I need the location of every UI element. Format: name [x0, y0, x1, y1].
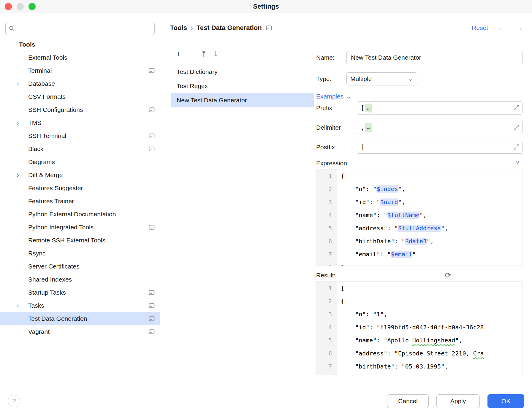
settings-search-box[interactable] — [5, 22, 155, 35]
sidebar-item-label: Rsync — [28, 250, 155, 257]
type-select[interactable]: Multiple ⌄ — [346, 72, 417, 85]
settings-page-icon — [149, 303, 155, 308]
code-line: 1{ — [316, 169, 522, 182]
expression-editor[interactable]: 1{2 "n": "$index",3 "id": "$uuid",4 "nam… — [316, 169, 522, 266]
help-icon[interactable]: ? — [515, 159, 519, 167]
reset-button[interactable]: Reset — [472, 24, 488, 31]
sidebar-item-python-external-documentation[interactable]: Python External Documentation — [0, 208, 160, 221]
sidebar-item-test-data-generation[interactable]: Test Data Generation — [0, 312, 160, 325]
sidebar-item-label: Diff & Merge — [28, 171, 155, 179]
search-input[interactable] — [19, 25, 151, 32]
name-input[interactable] — [346, 51, 522, 64]
expand-chevron-icon[interactable]: › — [17, 302, 28, 309]
code-text: "email": "$email" — [337, 248, 522, 261]
prefix-field[interactable]: [ ↵ ⤢ — [357, 101, 522, 115]
generator-item-test-regex[interactable]: Test Regex — [171, 79, 314, 93]
code-line: 7 "email": "$email" — [316, 248, 522, 261]
generator-item-new-test-data-generator[interactable]: New Test Data Generator — [171, 93, 314, 107]
breadcrumb-separator-icon: › — [191, 24, 193, 32]
sidebar-item-server-certificates[interactable]: Server Certificates — [0, 260, 160, 273]
sidebar-item-label: Test Data Generation — [28, 315, 149, 322]
refresh-icon[interactable]: ⟳ — [445, 271, 451, 279]
sidebar-item-remote-ssh-external-tools[interactable]: Remote SSH External Tools — [0, 234, 160, 247]
postfix-field[interactable]: ] ⤢ — [357, 141, 522, 154]
name-label: Name: — [316, 54, 346, 61]
result-editor[interactable]: 1[2{3 "n": "1",4 "id": "f199bfd5-d042-40… — [316, 281, 522, 375]
sidebar-item-csv-formats[interactable]: CSV Formats — [0, 90, 160, 103]
main-panel: Tools › Test Data Generation Reset ← → +… — [161, 13, 532, 389]
sidebar-item-database[interactable]: ›Database — [0, 77, 160, 90]
variable-token: $fullAddress — [398, 225, 441, 232]
code-line: 4 "id": "f199bfd5-d042-40ff-b0a4-36c28 — [316, 321, 522, 334]
line-number: 1 — [316, 282, 337, 295]
code-line: 6 "address": "Episode Street 2210, Cra — [316, 347, 522, 360]
generator-form: Name: Type: Multiple ⌄ Examples ⌄ Prefix… — [316, 51, 522, 375]
code-text: } — [337, 261, 522, 266]
add-button[interactable]: + — [176, 50, 181, 58]
expand-chevron-icon[interactable]: › — [17, 119, 28, 126]
code-line: 4 "name": "$fullName", — [316, 209, 522, 222]
sidebar-item-label: TMS — [28, 119, 155, 126]
ok-button[interactable]: OK — [487, 394, 524, 408]
line-number: 7 — [316, 360, 337, 373]
settings-page-icon — [149, 107, 155, 112]
code-text: "address": "Episode Street 2210, Cra — [337, 347, 522, 360]
settings-page-icon — [149, 225, 155, 230]
settings-page-icon — [149, 316, 155, 321]
sidebar-item-shared-indexes[interactable]: Shared Indexes — [0, 273, 160, 286]
variable-token: $uuid — [380, 198, 398, 206]
sidebar-item-rsync[interactable]: Rsync — [0, 247, 160, 260]
import-button[interactable]: ⤓ — [214, 50, 218, 58]
code-line: 5 "name": "Apollo Hollingshead", — [316, 334, 522, 347]
sidebar-item-label: External Tools — [28, 54, 155, 61]
sidebar-item-terminal[interactable]: Terminal — [0, 64, 160, 77]
sidebar-item-external-tools[interactable]: External Tools — [0, 51, 160, 64]
expand-chevron-icon[interactable]: › — [17, 171, 28, 179]
settings-page-icon — [266, 25, 272, 31]
apply-button[interactable]: Apply — [436, 394, 480, 408]
line-number: 1 — [316, 169, 337, 182]
sidebar-item-diagrams[interactable]: Diagrams — [0, 155, 160, 169]
delimiter-field[interactable]: , ↵ ⤢ — [357, 121, 522, 134]
sidebar-item-features-trainer[interactable]: Features Trainer — [0, 195, 160, 208]
code-text: "id": "$uuid", — [337, 196, 522, 209]
expand-icon[interactable]: ⤢ — [514, 124, 519, 131]
sidebar-item-tasks[interactable]: ›Tasks — [0, 299, 160, 312]
sidebar-item-ssh-configurations[interactable]: SSH Configurations — [0, 103, 160, 116]
settings-page-icon — [149, 290, 155, 295]
sidebar-item-black[interactable]: Black — [0, 142, 160, 155]
remove-button[interactable]: − — [189, 50, 194, 58]
result-label: Result: — [316, 272, 335, 279]
expand-chevron-icon[interactable]: › — [17, 80, 28, 87]
examples-link[interactable]: Examples — [316, 93, 343, 100]
sidebar-item-python-integrated-tools[interactable]: Python Integrated Tools — [0, 221, 160, 234]
sidebar-item-ssh-terminal[interactable]: SSH Terminal — [0, 129, 160, 142]
code-text: "address": "$fullAddress", — [337, 222, 522, 235]
sidebar-item-label: Features Suggester — [28, 185, 155, 192]
variable-token: $email — [391, 251, 412, 258]
sidebar-item-startup-tasks[interactable]: Startup Tasks — [0, 286, 160, 299]
cancel-button[interactable]: Cancel — [387, 394, 429, 408]
sidebar-item-tms[interactable]: ›TMS — [0, 116, 160, 129]
tree-section-tools[interactable]: Tools — [0, 38, 160, 51]
sidebar-item-label: Shared Indexes — [28, 276, 155, 283]
line-number: 2 — [316, 295, 337, 308]
forward-icon[interactable]: → — [515, 24, 523, 32]
sidebar-item-vagrant[interactable]: Vagrant — [0, 325, 160, 338]
back-icon[interactable]: ← — [498, 24, 506, 32]
export-button[interactable]: ⤒ — [202, 50, 206, 58]
code-line: 5 "address": "$fullAddress", — [316, 222, 522, 235]
breadcrumb-tools[interactable]: Tools — [170, 24, 187, 32]
line-number: 7 — [316, 248, 337, 261]
help-button[interactable]: ? — [8, 395, 20, 407]
settings-window: Settings Tools External ToolsTerminal›Da… — [0, 0, 532, 413]
sidebar-item-diff-merge[interactable]: ›Diff & Merge — [0, 169, 160, 182]
line-number: 3 — [316, 308, 337, 321]
sidebar-item-features-suggester[interactable]: Features Suggester — [0, 182, 160, 195]
generator-item-test-dictionary[interactable]: Test Dictionary — [171, 65, 314, 79]
variable-token: $date3 — [405, 238, 427, 245]
type-label: Type: — [316, 75, 346, 82]
expand-icon[interactable]: ⤢ — [514, 143, 519, 150]
expand-icon[interactable]: ⤢ — [514, 104, 519, 111]
code-line: 3 "n": "1", — [316, 308, 522, 321]
